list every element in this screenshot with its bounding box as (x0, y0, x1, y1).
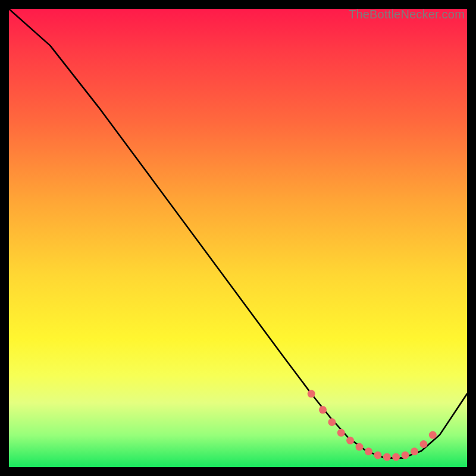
valley-dot (392, 453, 400, 461)
watermark-text: TheBottleNecker.com (349, 8, 465, 21)
valley-dot (365, 447, 372, 455)
chart-svg (9, 9, 467, 467)
valley-dot (346, 437, 354, 444)
valley-dot (374, 452, 381, 459)
valley-dot (337, 429, 345, 437)
valley-dot (419, 440, 427, 448)
valley-dot (402, 452, 409, 459)
valley-dot (383, 453, 391, 461)
valley-dot (429, 431, 437, 439)
valley-dot (319, 406, 327, 414)
main-curve (9, 9, 467, 458)
valley-dot (308, 390, 315, 397)
valley-dots (308, 390, 437, 461)
valley-dot (328, 418, 336, 426)
valley-dot (411, 447, 418, 455)
chart-frame: TheBottleNecker.com (9, 9, 467, 467)
valley-dot (356, 443, 364, 451)
